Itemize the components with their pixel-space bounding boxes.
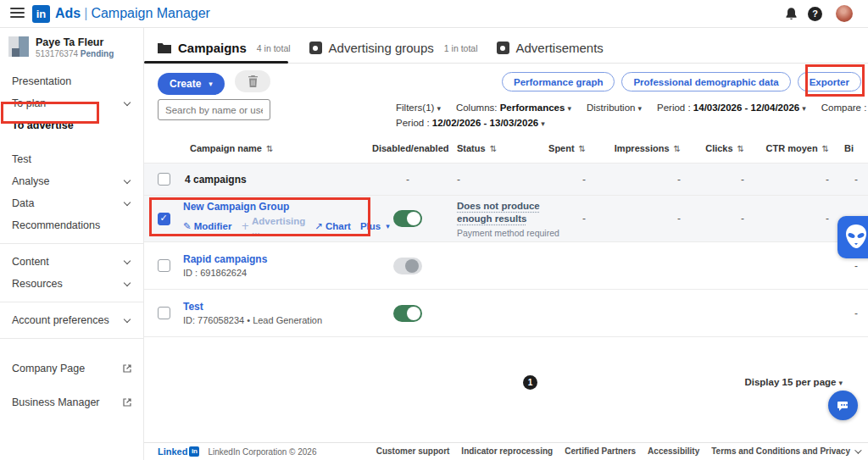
page-button-1[interactable]: 1 — [523, 375, 537, 390]
status-subtext: Payment method required — [457, 228, 542, 238]
advertisement-icon — [497, 42, 509, 54]
sort-icon[interactable]: ⇅ — [674, 144, 681, 153]
create-button[interactable]: Create▾ — [158, 73, 225, 95]
chevron-down-icon — [124, 316, 131, 323]
professional-demographic-data-button[interactable]: Professional demographic data — [621, 72, 790, 91]
col-impressions[interactable]: Impressions⇅ — [615, 143, 689, 153]
page-size-dropdown[interactable]: Display 15 per page▾ — [744, 377, 843, 387]
campaign-link[interactable]: Rapid campaigns — [183, 253, 365, 266]
user-avatar[interactable] — [836, 5, 853, 22]
compare-dropdown[interactable]: Compare : Previous period▾ — [821, 103, 868, 113]
tab-advertising-groups[interactable]: Advertising groups 1 in total — [309, 33, 478, 63]
chat-support-button[interactable] — [828, 391, 858, 420]
sidebar-item-data[interactable]: Data — [0, 192, 143, 214]
account-status-badge: Pending — [81, 49, 114, 58]
title-separator: | — [81, 6, 91, 20]
sidebar: Paye Ta Fleur 513176374 Pending Presenta… — [0, 28, 144, 460]
linkedin-logo-icon[interactable]: in — [32, 5, 50, 23]
external-link-icon — [123, 364, 131, 373]
sidebar-item-test[interactable]: Test — [0, 148, 143, 170]
col-status[interactable]: Status⇅ — [450, 143, 542, 153]
sidebar-item-to-plan[interactable]: To plan — [0, 92, 143, 114]
chevron-down-icon — [124, 258, 131, 264]
sidebar-item-presentation[interactable]: Presentation — [0, 70, 143, 92]
status-text[interactable]: Does not produce enough results — [457, 200, 552, 225]
sidebar-item-analyse[interactable]: Analyse — [0, 170, 143, 192]
period-dropdown[interactable]: Period : 14/03/2026 - 12/04/2026▾ — [657, 103, 806, 113]
table-row-new-campaign-group: New Campaign Group ✎Modifier +Advertisin… — [144, 196, 868, 242]
sort-icon[interactable]: ⇅ — [737, 144, 744, 153]
col-spent[interactable]: Spent⇅ — [548, 143, 594, 153]
top-navbar: in Ads|Campaign Manager ? — [0, 0, 868, 28]
campaign-link[interactable]: Test — [183, 301, 365, 313]
campaign-toggle-on[interactable] — [393, 305, 422, 322]
sidebar-item-recommendations[interactable]: Recommendations — [0, 214, 143, 236]
notifications-bell-icon[interactable] — [784, 7, 798, 21]
footer-link-indicator-reprocessing[interactable]: Indicator reprocessing — [461, 446, 553, 456]
chat-bubbles-icon — [836, 399, 850, 413]
add-advertising-action[interactable]: +Advertising ... — [241, 216, 305, 236]
bi-value: - — [837, 260, 868, 272]
help-icon[interactable]: ? — [808, 7, 822, 21]
caret-down-icon: ▾ — [637, 104, 642, 113]
tab-advertisements[interactable]: Advertisements — [497, 33, 604, 63]
sidebar-link-business-manager[interactable]: Business Manager — [0, 391, 143, 413]
active-tab-underline — [144, 61, 288, 64]
sidebar-divider — [0, 338, 143, 339]
account-logo — [8, 36, 29, 57]
sidebar-item-to-advertise[interactable]: To advertise — [0, 114, 143, 136]
exporter-button[interactable]: Exporter — [798, 72, 861, 91]
caret-down-icon: ▾ — [209, 80, 213, 88]
sort-icon[interactable]: ⇅ — [579, 144, 586, 153]
sidebar-link-company-page[interactable]: Company Page — [0, 357, 143, 380]
sidebar-item-resources[interactable]: Resources — [0, 273, 143, 295]
summary-label: 4 campaigns — [183, 174, 365, 186]
external-link-icon — [123, 398, 131, 407]
caret-down-icon: ▾ — [802, 104, 806, 113]
footer-link-accessibility[interactable]: Accessibility — [648, 446, 699, 456]
campaign-toggle-off[interactable] — [393, 258, 422, 274]
table-row-test: Test ID: 776058234 • Lead Generation - — [144, 290, 868, 337]
col-ctr[interactable]: CTR moyen⇅ — [765, 143, 837, 153]
app-title-ads: Ads — [55, 6, 81, 20]
caret-down-icon: ▾ — [386, 222, 390, 230]
account-card[interactable]: Paye Ta Fleur 513176374 Pending — [0, 28, 143, 58]
columns-dropdown[interactable]: Columns: Performances▾ — [456, 103, 571, 113]
filters-dropdown[interactable]: Filters(1)▾ — [396, 103, 441, 113]
tab-campaigns[interactable]: Campaigns 4 in total — [158, 33, 291, 63]
delete-button[interactable] — [235, 70, 270, 92]
campaign-manager-app: in Ads|Campaign Manager ? Paye Ta Fleur … — [0, 0, 868, 460]
row-checkbox-checked[interactable] — [158, 213, 170, 225]
footer-linkedin-logo[interactable]: Linked — [158, 446, 187, 457]
distribution-dropdown[interactable]: Distribution▾ — [587, 103, 642, 113]
sidebar-item-content[interactable]: Content — [0, 251, 143, 273]
chart-action[interactable]: ↗Chart — [314, 220, 351, 232]
more-action[interactable]: Plus▾ — [360, 221, 390, 231]
footer-link-terms[interactable]: Terms and Conditions and Privacy — [711, 446, 860, 456]
sort-icon[interactable]: ⇅ — [266, 144, 273, 153]
tab-bar: Campaigns 4 in total Advertising groups … — [144, 28, 868, 64]
browser-extension-widget[interactable] — [837, 216, 868, 258]
campaign-link[interactable]: New Campaign Group — [183, 201, 365, 213]
col-campaign-name[interactable]: Campaign name⇅ — [183, 143, 365, 153]
footer-link-certified-partners[interactable]: Certified Partners — [565, 446, 636, 456]
alien-icon — [843, 223, 868, 252]
menu-icon[interactable] — [10, 8, 25, 19]
compare-period-dropdown[interactable]: Period : 12/02/2026 - 13/03/2026▾ — [396, 118, 545, 128]
sort-icon[interactable]: ⇅ — [490, 144, 497, 153]
summary-clicks-value: - — [741, 174, 753, 186]
performance-graph-button[interactable]: Performance graph — [502, 72, 615, 91]
footer-link-customer-support[interactable]: Customer support — [376, 446, 450, 456]
row-checkbox[interactable] — [158, 259, 170, 272]
modify-action[interactable]: ✎Modifier — [183, 220, 231, 232]
table-row-summary: 4 campaigns - - - - - - - — [144, 163, 868, 196]
pagination: 1 Display 15 per page▾ — [144, 374, 868, 394]
col-clicks[interactable]: Clicks⇅ — [705, 143, 753, 153]
filter-bar: Filters(1)▾ Columns: Performances▾ Distr… — [158, 97, 861, 131]
select-all-checkbox[interactable] — [158, 173, 170, 186]
sort-icon[interactable]: ⇅ — [822, 144, 829, 153]
row-checkbox[interactable] — [158, 307, 170, 319]
search-input[interactable] — [158, 99, 270, 120]
campaign-toggle-on[interactable] — [393, 210, 422, 227]
sidebar-item-account-preferences[interactable]: Account preferences — [0, 309, 143, 331]
